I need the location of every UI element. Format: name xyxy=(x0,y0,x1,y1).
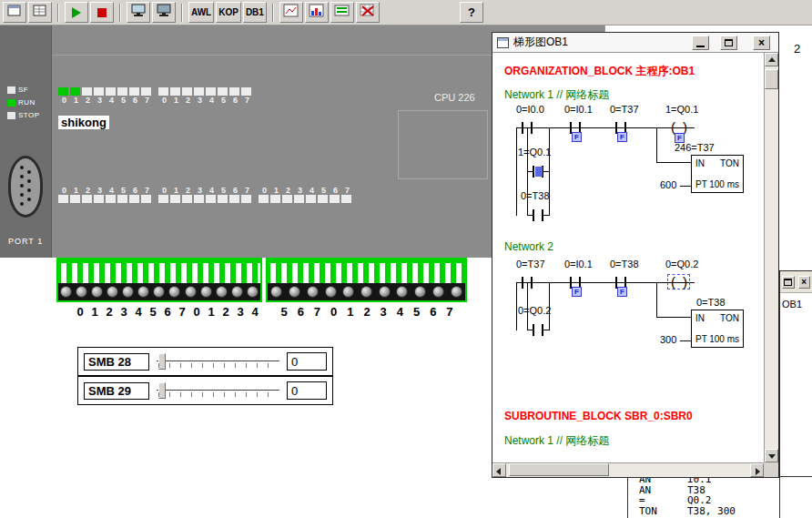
led-digit: 5 xyxy=(218,186,229,195)
toolbar-separator xyxy=(57,4,59,22)
data-table-button[interactable] xyxy=(356,2,380,23)
terminal-number: 5 xyxy=(276,305,292,319)
vertical-scrollbar[interactable] xyxy=(764,53,778,462)
input-led-group-2: 01234567 xyxy=(158,87,255,105)
scroll-left-button[interactable] xyxy=(492,463,506,477)
timer-row: PT 100 ms xyxy=(695,179,739,189)
rung2-branch-contact1[interactable] xyxy=(533,324,543,336)
output-led xyxy=(141,195,151,203)
status-chart-button[interactable] xyxy=(305,2,329,23)
plc-side-panel: SF RUN STOP PORT 1 xyxy=(0,25,52,258)
scroll-down-button[interactable] xyxy=(765,449,778,462)
terminal-number: 4 xyxy=(131,305,146,319)
toolbar-separator xyxy=(272,4,274,22)
scroll-up-button[interactable] xyxy=(765,53,778,66)
port-pin xyxy=(27,198,31,201)
terminal-number: 1 xyxy=(204,305,218,319)
port-pin xyxy=(20,184,24,188)
rung2-timer-preset: 300 xyxy=(660,334,676,345)
rung1-coil-label: 1=Q0.1 xyxy=(665,104,698,115)
terminal-number: 3 xyxy=(375,305,391,319)
terminal-screw xyxy=(289,286,300,298)
led-digit: 3 xyxy=(294,186,306,195)
plc-monitor-button[interactable] xyxy=(152,2,176,23)
rung2-timer-box[interactable]: IN TON PT 100 ms xyxy=(691,310,744,348)
scroll-right-button[interactable] xyxy=(750,463,764,477)
run-button[interactable] xyxy=(65,2,88,23)
program-name-label: shikong xyxy=(58,116,109,129)
ladder-window-titlebar[interactable]: 梯形图OB1 × xyxy=(492,33,778,53)
output-led-group-3: 01234567 xyxy=(259,186,355,203)
terminal-number: 2 xyxy=(102,305,117,319)
digit-row: 01234567 xyxy=(158,96,255,105)
digit-row: 01234567 xyxy=(259,186,355,195)
led-row xyxy=(58,195,155,203)
trend-chart-button[interactable] xyxy=(279,2,303,23)
terminal-number: 2 xyxy=(218,305,233,319)
smb29-value-field[interactable]: 0 xyxy=(287,381,327,400)
port-pin-column xyxy=(27,170,31,215)
bg-restore-button[interactable] xyxy=(782,276,795,289)
output-led xyxy=(129,195,139,203)
terminal-screw xyxy=(396,286,408,298)
toolbar-separator xyxy=(119,4,121,22)
restore-button[interactable] xyxy=(720,36,737,50)
bg-close-button[interactable]: × xyxy=(798,276,811,289)
input-led xyxy=(206,87,216,96)
grid-delete-icon xyxy=(360,4,376,22)
rung2-coil[interactable]: ( ) xyxy=(671,275,687,289)
rung2-contact2-label: 0=I0.1 xyxy=(564,259,593,269)
project-grid-icon xyxy=(32,4,48,22)
vertical-scroll-thumb[interactable] xyxy=(765,69,778,89)
open-project-button[interactable] xyxy=(28,2,52,23)
smb28-slider[interactable] xyxy=(157,351,279,371)
ladder-window-body: ORGANIZATION_BLOCK 主程序:OB1 Network 1 // … xyxy=(492,53,778,477)
wire xyxy=(543,215,550,216)
rung1-timer-preset: 600 xyxy=(660,179,676,190)
help-button[interactable]: ? xyxy=(460,2,483,23)
led-digit: 3 xyxy=(94,96,106,105)
input-led xyxy=(218,87,228,96)
terminal-screw xyxy=(342,286,354,298)
stl-line: = Q0.2 xyxy=(639,495,812,506)
timer-type-label: TON xyxy=(720,313,739,323)
input-led xyxy=(194,87,204,96)
timer-in-label: IN xyxy=(695,158,705,168)
horizontal-scroll-thumb[interactable] xyxy=(509,463,609,476)
coil-open: ( xyxy=(671,275,675,289)
new-project-button[interactable] xyxy=(3,2,26,23)
input-led xyxy=(106,87,116,96)
minimize-button[interactable] xyxy=(692,36,709,50)
terminal-screw xyxy=(360,286,372,298)
smb28-value-field[interactable]: 0 xyxy=(287,352,327,371)
rung1-branch-contact2[interactable] xyxy=(533,209,543,221)
terminal-screw xyxy=(200,286,212,298)
terminal-screw xyxy=(325,286,337,298)
rung1-timer-box[interactable]: IN TON PT 100 ms xyxy=(691,155,744,193)
digit-row: 01234567 xyxy=(158,186,255,195)
led-digit: 2 xyxy=(82,186,94,195)
kop-label: KOP xyxy=(218,7,239,17)
awl-view-button[interactable]: AWL xyxy=(188,2,214,23)
close-button[interactable]: × xyxy=(753,36,770,50)
background-window-title-fragment: OB1 xyxy=(780,293,812,310)
horizontal-scrollbar[interactable] xyxy=(492,462,764,477)
led-row xyxy=(58,87,155,96)
power-rail xyxy=(516,282,517,330)
led-digit: 0 xyxy=(158,96,170,105)
input-led xyxy=(129,87,139,96)
db1-view-button[interactable]: DB1 xyxy=(243,2,267,23)
timer-row: IN TON xyxy=(695,158,739,168)
force-marker: F xyxy=(617,287,627,297)
led-digit: 2 xyxy=(182,186,194,195)
smb29-slider[interactable] xyxy=(157,381,279,401)
kop-view-button[interactable]: KOP xyxy=(216,2,241,23)
td200-button[interactable] xyxy=(330,2,354,23)
stop-button[interactable] xyxy=(90,2,114,23)
stl-line: TON T38, 300 xyxy=(639,506,812,517)
network2-label: Network 2 xyxy=(504,240,553,253)
plc-connect-button[interactable] xyxy=(127,2,150,23)
terminal-number: 3 xyxy=(233,305,248,319)
timer-base-label: 100 ms xyxy=(709,334,739,344)
force-marker: F xyxy=(572,132,582,142)
